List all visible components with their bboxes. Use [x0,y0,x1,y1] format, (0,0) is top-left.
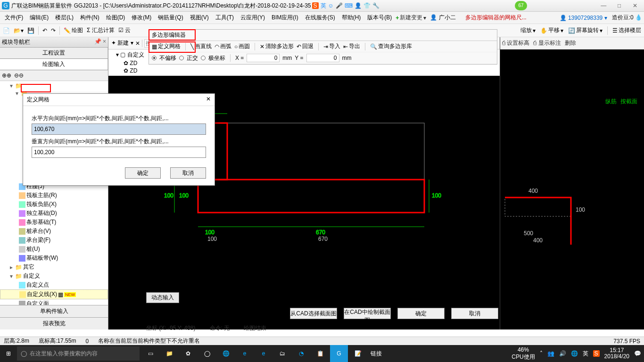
export-button[interactable]: ⇤ 导出 [343,42,360,50]
tray-people-icon[interactable]: 👥 [547,350,554,357]
ime-icon[interactable]: 🔧 [372,2,380,9]
y-input[interactable] [306,54,339,62]
more-icon[interactable]: ☑ 云 [118,26,131,34]
tree-folder[interactable]: 其它 [23,263,34,271]
menu-tools[interactable]: 工具(T) [213,13,237,23]
tray-notifications-icon[interactable]: 💬 [634,350,641,357]
link-label[interactable]: 链接 [368,345,385,362]
open-icon[interactable]: 📂▾ [14,27,24,34]
minimize-button[interactable]: — [596,2,611,9]
select-from-cad-button[interactable]: 从CAD选择截面图 [290,308,337,319]
app-icon[interactable]: 🌐 [217,345,235,362]
report-preview-button[interactable]: 报表预览 [0,317,108,329]
tab-project-settings[interactable]: 工程设置 [0,48,108,58]
edge-icon[interactable]: e [236,345,254,362]
set-elevation-button[interactable]: ⎙ 设置标高 [502,39,529,47]
dynamic-input-button[interactable]: 动态输入 [146,292,179,303]
badge-67[interactable]: 67 [515,1,527,10]
cancel-button[interactable]: 取消 [451,308,498,319]
dialog-ok-button[interactable]: 确定 [125,167,161,179]
no-offset-radio[interactable] [152,56,157,60]
ime-s-icon[interactable]: S [312,2,319,9]
app-icon[interactable]: ◔ [292,345,310,362]
draw-in-cad-button[interactable]: 在CAD中绘制截面图 [344,308,391,319]
tree-item[interactable]: 自定义点 [26,281,49,289]
ime-icon[interactable]: 👤 [355,2,362,9]
clear-poly-button[interactable]: ✕ 清除多边形 [260,42,294,50]
menu-draw[interactable]: 绘图(D) [103,13,128,23]
zoom-button[interactable]: 缩放 ▾ [520,26,536,35]
close-button[interactable]: ✕ [628,2,642,9]
sum-button[interactable]: Σ 汇总计算 [87,26,115,34]
collapse-icon[interactable]: ⊖⊖ [14,72,24,79]
pan-button[interactable]: ✋ 平移 ▾ [540,26,563,35]
tray-up-icon[interactable]: ˄ [540,350,543,357]
tree-item[interactable]: 筏板负筋(X) [26,200,57,208]
import-button[interactable]: ⇥ 导入 [323,42,340,50]
draw-line-button[interactable]: ╲ 画直线 [190,42,212,50]
tray-network-icon[interactable]: 🌐 [571,350,578,357]
app-icon[interactable]: 📁 [160,345,178,362]
menu-edit[interactable]: 编辑(E) [27,13,51,23]
v-spacing-input[interactable] [32,147,206,158]
expand-icon[interactable]: ⊕⊕ [2,72,11,79]
single-component-button[interactable]: 单构件输入 [0,305,108,317]
phone-label[interactable]: 👤 13907298339 ▾ [560,15,607,21]
ime-icon[interactable]: ☺ [328,2,334,9]
tree-folder[interactable]: 自定义 [23,272,40,280]
task-view-icon[interactable]: ▭ [141,345,159,362]
ime-icon[interactable]: 🎤 [336,2,343,9]
tree-item[interactable]: 自定义面 [26,300,49,305]
x-input[interactable] [247,54,280,62]
ime-icon[interactable]: ⌨ [345,2,353,9]
menu-file[interactable]: 文件(F) [2,13,26,23]
draw-arc-button[interactable]: ◠ 画弧 [215,42,231,50]
ime-lang[interactable]: 英 [321,2,326,10]
menu-online[interactable]: 在线服务(S) [302,13,338,23]
menu-view[interactable]: 视图(V) [187,13,212,23]
menu-bim[interactable]: BIM应用(I) [269,13,301,23]
tree-item[interactable]: 基础板带(W) [26,254,58,262]
ime-icon[interactable]: 👕 [363,2,371,9]
pin-icon[interactable]: 📌 × [94,38,106,46]
section-label[interactable]: 按截面 [620,98,637,106]
h-spacing-input[interactable] [32,123,206,135]
save-icon[interactable]: 💾 [27,27,34,34]
ie-icon[interactable]: e [255,345,272,362]
new-icon[interactable]: 📄 [3,27,10,34]
new-change-button[interactable]: 新建变更 ▾ [396,14,426,22]
tree-item[interactable]: 桩承台(V) [26,227,51,235]
redo-icon[interactable]: ↷ [51,27,56,34]
menu-modify[interactable]: 修改(M) [129,13,154,23]
menu-rebar[interactable]: 钢筋量(Q) [155,13,186,23]
menu-cloud[interactable]: 云应用(Y) [238,13,268,23]
start-button[interactable]: ⊞ [0,345,17,362]
polar-radio[interactable] [201,56,206,60]
app-icon[interactable]: ✿ [179,345,197,362]
tree-item-selected[interactable]: 自定义线(X) [27,290,57,298]
menu-help[interactable]: 帮助(H) [339,13,364,23]
maximize-button[interactable]: □ [612,2,627,9]
select-floor-button[interactable]: ☰ 选择楼层 [612,26,641,35]
dialog-close-button[interactable]: ✕ [206,96,211,104]
show-annotation-button[interactable]: ⎙ 显示标注 [533,39,561,47]
tab-draw-input[interactable]: 绘图输入 [0,59,108,70]
tree-item[interactable]: 条形基础(T) [26,218,56,226]
menu-floor[interactable]: 楼层(L) [52,13,76,23]
draw-button[interactable]: ✏️ 绘图 [64,26,83,34]
taskbar-search[interactable]: ◯ 在这里输入你要搜索的内容 [17,346,140,361]
tray-sogou-icon[interactable]: S [593,350,600,357]
undo-button[interactable]: ↶ 回退 [297,42,314,50]
query-poly-button[interactable]: 🔍 查询多边形库 [370,42,412,50]
confirm-button[interactable]: 确定 [397,308,445,319]
tree-item[interactable]: 桩(U) [26,245,40,253]
tray-clock[interactable]: 15:172018/4/20 [604,347,629,360]
menu-version[interactable]: 版本号(B) [364,13,395,23]
rotate-button[interactable]: 🔄 屏幕旋转 ▾ [568,26,603,35]
app-icon[interactable]: 📝 [349,345,367,362]
ortho-radio[interactable] [179,56,184,60]
tree-item[interactable]: 承台梁(F) [26,236,50,244]
app-icon[interactable]: 📋 [311,345,329,362]
dialog-cancel-button[interactable]: 取消 [170,167,206,179]
app-icon[interactable]: 🗂 [273,345,291,362]
